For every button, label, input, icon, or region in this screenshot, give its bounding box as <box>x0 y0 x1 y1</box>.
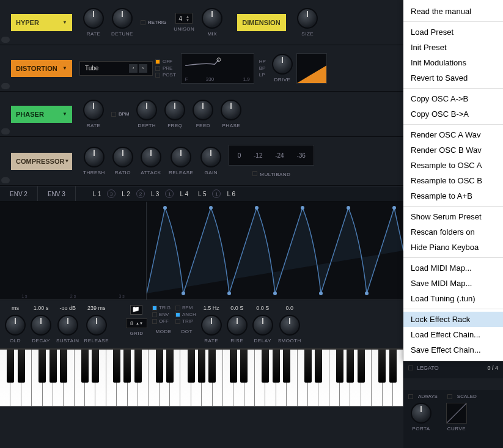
menu-item[interactable]: Copy OSC A->B <box>403 91 503 106</box>
black-key[interactable] <box>113 350 120 383</box>
hyper-rate-knob[interactable] <box>83 8 104 29</box>
lfo6-tab[interactable]: L 6 <box>222 191 240 197</box>
black-key[interactable] <box>315 350 322 383</box>
lfo3-tab[interactable]: L 3 <box>146 191 164 197</box>
folder-icon[interactable] <box>130 305 142 315</box>
menu-item[interactable]: Resample to A+B <box>403 188 503 204</box>
gain-knob[interactable] <box>200 147 221 167</box>
compressor-header[interactable]: COMPRESSOR ▼ <box>11 153 72 170</box>
porta-knob[interactable] <box>411 403 431 424</box>
post-led[interactable] <box>155 73 160 78</box>
black-key[interactable] <box>188 350 195 383</box>
menu-item[interactable]: Resample to OSC A <box>403 158 503 173</box>
power-toggle[interactable] <box>1 37 10 43</box>
menu-item[interactable]: Copy OSC B->A <box>403 106 503 122</box>
power-toggle[interactable] <box>1 83 10 89</box>
lfo-smooth-knob[interactable] <box>279 315 300 336</box>
menu-item[interactable]: Init Preset <box>403 40 503 55</box>
black-key[interactable] <box>50 350 57 383</box>
distortion-header[interactable]: DISTORTION ▼ <box>11 60 72 77</box>
envelope-graph[interactable]: 1 s2 s3 s <box>0 202 147 299</box>
dimension-header[interactable]: DIMENSION <box>237 14 286 31</box>
phaser-header[interactable]: PHASER ▼ <box>11 106 72 123</box>
black-key[interactable] <box>92 350 99 383</box>
black-key[interactable] <box>336 350 343 383</box>
phaser-rate-knob[interactable] <box>83 100 104 120</box>
lfo-graph[interactable] <box>147 202 403 299</box>
phaser-depth-knob[interactable] <box>136 100 157 120</box>
down-icon[interactable]: ▼ <box>186 18 189 22</box>
piano-keyboard[interactable] <box>0 348 403 406</box>
menu-item[interactable]: Rescan folders on <box>403 224 503 240</box>
black-key[interactable] <box>378 350 386 383</box>
black-key[interactable] <box>60 350 67 383</box>
black-key[interactable] <box>18 350 25 383</box>
menu-item[interactable]: Load Tuning (.tun) <box>403 291 503 306</box>
lfo-rise-knob[interactable] <box>227 315 248 336</box>
black-key[interactable] <box>39 350 46 383</box>
prev-icon[interactable]: ‹ <box>129 64 138 73</box>
hyper-mix-knob[interactable] <box>202 8 222 29</box>
drive-knob[interactable] <box>272 54 293 75</box>
sustain-knob[interactable] <box>57 315 78 336</box>
black-key[interactable] <box>389 350 397 383</box>
menu-item[interactable]: Render OSC B Wav <box>403 142 503 158</box>
curve-display[interactable] <box>446 403 467 424</box>
menu-item[interactable]: Read the manual <box>403 4 503 19</box>
black-key[interactable] <box>156 350 163 383</box>
next-icon[interactable]: › <box>139 64 147 73</box>
black-key[interactable] <box>198 350 205 383</box>
black-key[interactable] <box>123 350 131 383</box>
hold-knob[interactable] <box>5 315 26 336</box>
env2-tab[interactable]: ENV 2 <box>0 186 38 201</box>
black-key[interactable] <box>240 350 248 383</box>
lfo1-tab[interactable]: L 1 <box>88 191 106 197</box>
legato-led[interactable] <box>408 365 413 370</box>
attack-knob[interactable] <box>141 147 161 167</box>
off-led[interactable] <box>155 59 160 64</box>
black-key[interactable] <box>81 350 89 383</box>
menu-item[interactable]: Lock Effect Rack <box>403 312 503 327</box>
power-toggle[interactable] <box>1 128 10 134</box>
env3-tab[interactable]: ENV 3 <box>38 186 76 201</box>
lfo-delay-knob[interactable] <box>252 315 273 336</box>
menu-item[interactable]: Init Modulations <box>403 55 503 70</box>
decay-knob[interactable] <box>31 315 51 336</box>
black-key[interactable] <box>273 350 280 383</box>
scaled-led[interactable] <box>447 394 452 399</box>
menu-item[interactable]: Render OSC A Wav <box>403 127 503 142</box>
black-key[interactable] <box>166 350 174 383</box>
menu-item[interactable]: Hide Piano Keyboa <box>403 240 503 255</box>
menu-item[interactable]: Load Effect Chain... <box>403 327 503 342</box>
menu-item[interactable]: Resample to OSC B <box>403 173 503 188</box>
retrig-led[interactable] <box>141 20 145 25</box>
black-key[interactable] <box>208 350 216 383</box>
phaser-freq-knob[interactable] <box>164 100 185 120</box>
bpm-led[interactable] <box>111 112 116 117</box>
black-key[interactable] <box>262 350 269 383</box>
menu-item[interactable]: Save MIDI Map... <box>403 276 503 291</box>
power-toggle[interactable] <box>1 177 10 183</box>
menu-item[interactable]: Show Serum Preset <box>403 209 503 224</box>
hyper-header[interactable]: HYPER ▼ <box>11 14 72 31</box>
phaser-feed-knob[interactable] <box>193 100 213 120</box>
lfo-rate-knob[interactable] <box>201 315 222 336</box>
multiband-led[interactable] <box>252 171 257 176</box>
menu-item[interactable]: Load Preset <box>403 24 503 40</box>
hyper-detune-knob[interactable] <box>112 8 133 29</box>
thresh-knob[interactable] <box>84 147 105 167</box>
black-key[interactable] <box>358 350 365 383</box>
black-key[interactable] <box>283 350 290 383</box>
distortion-type-selector[interactable]: Tube ‹› <box>79 61 153 76</box>
ratio-knob[interactable] <box>112 147 133 167</box>
black-key[interactable] <box>7 350 14 383</box>
hp-label[interactable]: HP <box>259 59 266 64</box>
filter-display[interactable]: F 330 1.9 <box>181 53 254 84</box>
unison-selector[interactable]: 4 ▲▼ <box>175 13 193 24</box>
bp-label[interactable]: BP <box>259 65 266 71</box>
lfo5-tab[interactable]: L 5 <box>193 191 211 197</box>
menu-item[interactable]: Save Effect Chain... <box>403 342 503 358</box>
black-key[interactable] <box>347 350 354 383</box>
phaser-phase-knob[interactable] <box>221 100 241 120</box>
dimension-size-knob[interactable] <box>297 8 318 29</box>
